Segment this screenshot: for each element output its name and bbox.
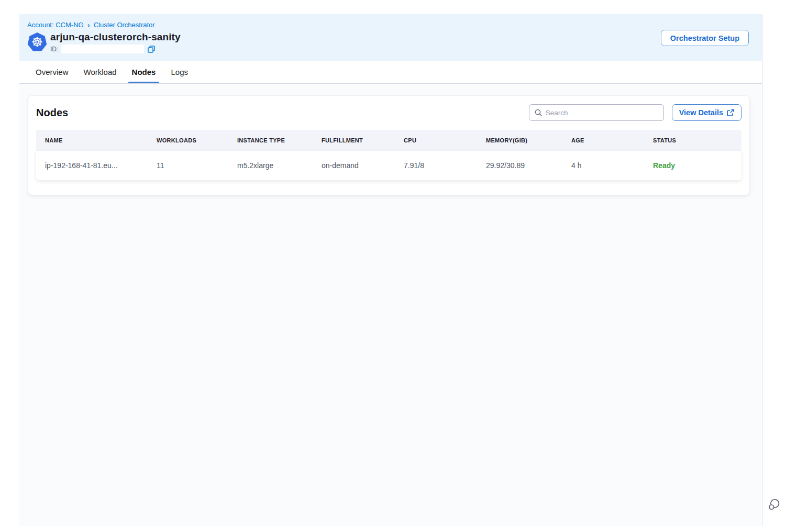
cell-cpu: 7.91/8: [395, 161, 477, 170]
search-icon: [535, 109, 542, 116]
cell-fulfillment: on-demand: [313, 161, 395, 170]
col-header-instance-type: INSTANCE TYPE: [228, 137, 313, 143]
cell-instance-type: m5.2xlarge: [228, 161, 313, 170]
chat-help-icon[interactable]: [767, 497, 780, 511]
view-details-button[interactable]: View Details: [672, 104, 741, 121]
id-value-redacted: [61, 45, 144, 53]
col-header-memory: MEMORY(GIB): [477, 137, 562, 143]
page-title: arjun-qa-clusterorch-sanity: [50, 31, 181, 43]
nodes-table: NAME WORKLOADS INSTANCE TYPE FULFILLMENT…: [36, 130, 741, 180]
col-header-name: NAME: [36, 137, 148, 143]
tab-logs[interactable]: Logs: [171, 61, 188, 83]
kubernetes-icon: ☸: [27, 32, 47, 52]
breadcrumb: Account: CCM-NG › Cluster Orchestrator: [27, 21, 749, 29]
nodes-card: Nodes View Details: [28, 95, 750, 195]
col-header-status: STATUS: [644, 137, 741, 143]
orchestrator-setup-button[interactable]: Orchestrator Setup: [661, 30, 749, 46]
nodes-card-title: Nodes: [36, 107, 68, 119]
col-header-cpu: CPU: [395, 137, 477, 143]
page-header: Account: CCM-NG › Cluster Orchestrator ☸…: [19, 14, 762, 61]
tab-bar: Overview Workload Nodes Logs: [19, 61, 762, 84]
breadcrumb-account-link[interactable]: Account: CCM-NG: [27, 21, 84, 29]
tab-overview[interactable]: Overview: [36, 61, 69, 83]
id-label: ID:: [50, 46, 58, 53]
breadcrumb-section-link[interactable]: Cluster Orchestrator: [94, 21, 155, 29]
cell-name: ip-192-168-41-81.eu...: [36, 161, 148, 170]
cell-status: Ready: [644, 161, 741, 170]
tab-nodes[interactable]: Nodes: [132, 61, 156, 83]
copy-icon[interactable]: [147, 45, 156, 53]
cell-memory: 29.92/30.89: [477, 161, 562, 170]
col-header-fulfillment: FULFILLMENT: [313, 137, 395, 143]
tab-workload[interactable]: Workload: [84, 61, 117, 83]
external-link-icon: [727, 109, 734, 116]
table-row[interactable]: ip-192-168-41-81.eu... 11 m5.2xlarge on-…: [36, 151, 741, 180]
col-header-workloads: WORKLOADS: [148, 137, 228, 143]
cell-age: 4 h: [562, 161, 644, 170]
breadcrumb-chevron-icon: ›: [87, 23, 90, 28]
search-input[interactable]: [546, 109, 658, 117]
search-box: [529, 104, 664, 121]
col-header-age: AGE: [562, 137, 644, 143]
table-header-row: NAME WORKLOADS INSTANCE TYPE FULFILLMENT…: [36, 130, 741, 151]
main-content-area: Account: CCM-NG › Cluster Orchestrator ☸…: [19, 14, 762, 526]
cell-workloads: 11: [148, 161, 228, 170]
